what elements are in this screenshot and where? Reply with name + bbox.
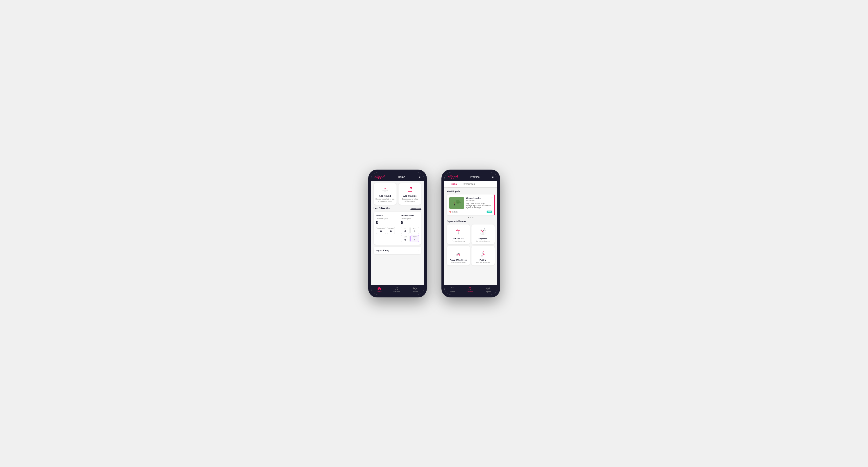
- drills-title: Practice Drills: [401, 214, 419, 216]
- target-icon: 🎯: [449, 211, 452, 213]
- skill-approach[interactable]: Approach Dial-in to hit the green: [471, 224, 495, 244]
- rounds-grid: Tournament 0 Practice 0: [376, 227, 395, 234]
- featured-card-footer: 🎯 9 shots APP: [449, 211, 492, 213]
- skill-off-the-tee[interactable]: Off The Tee Power and accuracy: [447, 224, 470, 244]
- drill-image: [449, 197, 464, 209]
- featured-card-info: Wedge Ladder 50–100 yds Play 1 shot at e…: [466, 197, 492, 209]
- ott-value: 0: [402, 230, 408, 233]
- add-round-icon: [382, 186, 389, 194]
- practice-tabs: Drills Favourites: [444, 181, 497, 188]
- nav-home-p2[interactable]: Home: [450, 286, 455, 292]
- most-popular-title: Most Popular: [447, 190, 495, 192]
- around-green-desc: Hone your short game: [451, 261, 465, 263]
- tab-favourites[interactable]: Favourites: [460, 181, 478, 187]
- tournament-label: Tournament: [377, 228, 385, 229]
- app-label: APP: [412, 228, 418, 229]
- add-round-title: Add Round: [379, 195, 391, 197]
- drills-capture-label: Drills Capture: [401, 218, 419, 220]
- tournament-box: Tournament 0: [376, 227, 386, 234]
- stats-divider: [398, 214, 398, 242]
- stats-container: Rounds Rounds Capture 0 Tournament 0 Pra…: [374, 212, 422, 245]
- skill-grid: Off The Tee Power and accuracy Approach: [447, 224, 495, 266]
- arg-box: ARG 0: [401, 235, 409, 242]
- practice-rounds-value: 0: [388, 230, 394, 233]
- around-the-green-icon: [454, 248, 463, 258]
- my-golf-bag-label: My Golf Bag: [376, 249, 390, 252]
- nav-capture[interactable]: Capture: [412, 286, 418, 292]
- add-practice-title: Add Practice: [403, 195, 416, 197]
- view-activity-link[interactable]: View Activity: [410, 208, 421, 210]
- nav-capture-p2[interactable]: Capture: [485, 286, 491, 292]
- shots-count: 9 shots: [452, 211, 458, 213]
- dot-3: [472, 217, 473, 218]
- add-round-card[interactable]: Add Round Record your shots in fast or e…: [374, 183, 397, 205]
- skill-around-the-green[interactable]: Around The Green Hone your short game: [447, 246, 470, 266]
- home-nav-label-p2: Home: [450, 291, 455, 292]
- add-round-desc: Record your shots in fast or enhanced mo…: [376, 198, 395, 202]
- putt-label: PUTT: [412, 236, 418, 238]
- phone-practice: clippd Practice ≡ Drills Favourites Most…: [441, 169, 500, 298]
- drills-col: Practice Drills Drills Capture 8 OTT 0 A…: [401, 214, 419, 242]
- drill-title: Wedge Ladder: [466, 197, 492, 199]
- dot-2: [470, 217, 471, 218]
- app-box: APP 4: [410, 227, 419, 234]
- shots-badge: 🎯 9 shots: [449, 211, 458, 213]
- home-nav-icon-p2: [451, 286, 454, 290]
- practice-rounds-label: Practice: [388, 228, 394, 229]
- arg-label: ARG: [402, 236, 408, 238]
- activities-nav-icon-p2: [468, 286, 472, 290]
- card-accent: [494, 194, 495, 215]
- approach-desc: Dial-in to hit the green: [476, 240, 490, 242]
- arg-value: 0: [402, 238, 408, 241]
- nav-activities-p2[interactable]: Activities: [467, 286, 473, 292]
- home-bottom-nav: Home Activities Capture: [371, 285, 424, 294]
- practice-title: Practice: [470, 176, 480, 178]
- tab-drills[interactable]: Drills: [448, 181, 460, 187]
- practice-menu-icon[interactable]: ≡: [492, 175, 493, 179]
- skill-putting[interactable]: Putting Make and lag practice: [471, 246, 495, 266]
- dots-indicator: [447, 217, 495, 218]
- ott-label: OTT: [402, 228, 408, 229]
- home-menu-icon[interactable]: ≡: [418, 175, 420, 179]
- stats-row: Rounds Rounds Capture 0 Tournament 0 Pra…: [376, 214, 419, 242]
- nav-activities[interactable]: Activities: [393, 286, 400, 292]
- around-green-name: Around The Green: [450, 259, 467, 261]
- capture-nav-label-p2: Capture: [485, 291, 491, 292]
- drill-desc: Play 1 shot at each target yardage. If y…: [466, 202, 492, 209]
- putt-value: 4: [412, 238, 418, 241]
- chevron-right-icon: ›: [417, 249, 418, 252]
- last3months-title: Last 3 Months: [374, 207, 390, 210]
- approach-name: Approach: [478, 238, 487, 240]
- off-the-tee-icon: [454, 227, 463, 237]
- action-cards: Add Round Record your shots in fast or e…: [374, 183, 422, 205]
- drill-subtitle: 50–100 yds: [466, 199, 492, 201]
- off-tee-desc: Power and accuracy: [452, 240, 465, 242]
- putting-icon: [478, 248, 488, 258]
- activities-nav-label-p2: Activities: [467, 291, 473, 292]
- ott-box: OTT 0: [401, 227, 409, 234]
- home-logo: clippd: [375, 175, 384, 179]
- svg-point-24: [483, 231, 484, 232]
- practice-bottom-nav: Home Activities Capture: [444, 285, 497, 294]
- dot-1: [468, 217, 469, 218]
- star-icon[interactable]: ☆: [491, 196, 493, 199]
- capture-nav-icon: [413, 286, 417, 290]
- svg-point-10: [414, 288, 415, 289]
- approach-icon: [478, 227, 488, 237]
- putting-desc: Make and lag practice: [476, 261, 490, 263]
- add-practice-icon: +: [407, 186, 413, 194]
- svg-point-17: [458, 233, 459, 234]
- activities-nav-label: Activities: [393, 291, 400, 292]
- home-nav-icon: [377, 286, 381, 290]
- svg-point-33: [469, 287, 470, 288]
- svg-text:+: +: [411, 187, 411, 189]
- phone-home: clippd Home ≡ Add Round Record your: [368, 169, 427, 298]
- tournament-value: 0: [377, 230, 385, 233]
- add-practice-card[interactable]: + Add Practice Capture your practice off…: [399, 183, 422, 205]
- add-practice-desc: Capture your practice off-the-course: [400, 198, 420, 202]
- my-golf-bag[interactable]: My Golf Bag ›: [374, 247, 422, 254]
- home-title: Home: [398, 176, 405, 178]
- nav-home[interactable]: Home: [377, 286, 382, 292]
- featured-drill-card[interactable]: ☆ Wedge Ladder 50–100 yds: [447, 194, 495, 215]
- svg-point-8: [397, 287, 398, 288]
